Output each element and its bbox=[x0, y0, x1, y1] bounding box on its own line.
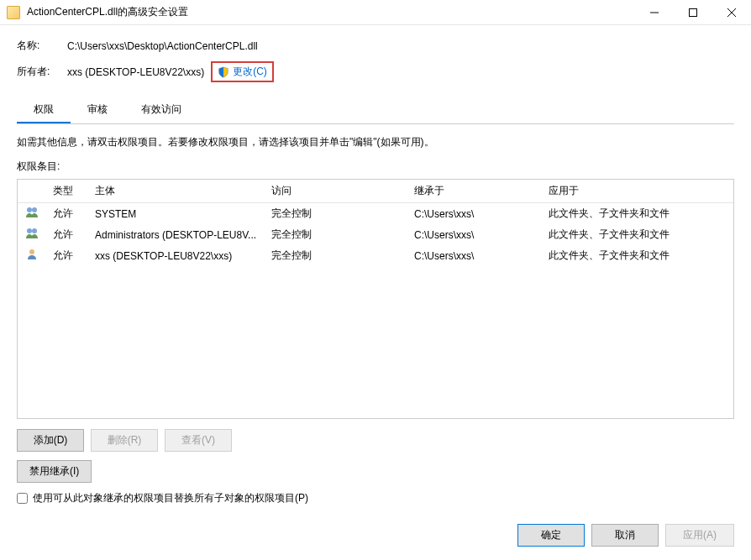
action-buttons-row: 添加(D) 删除(R) 查看(V) bbox=[17, 429, 734, 452]
folder-icon bbox=[7, 6, 20, 19]
group-icon bbox=[24, 228, 39, 239]
table-row[interactable]: 允许 SYSTEM 完全控制 C:\Users\xxs\ 此文件夹、子文件夹和文… bbox=[18, 203, 733, 225]
add-button[interactable]: 添加(D) bbox=[17, 429, 84, 452]
entries-label: 权限条目: bbox=[17, 160, 734, 174]
tab-permissions[interactable]: 权限 bbox=[17, 97, 71, 123]
table-row[interactable]: 允许 Administrators (DESKTOP-LEU8V... 完全控制… bbox=[18, 224, 733, 245]
col-icon-header[interactable] bbox=[18, 180, 46, 203]
window-controls bbox=[635, 0, 751, 25]
cell-applies: 此文件夹、子文件夹和文件 bbox=[542, 203, 733, 225]
remove-button[interactable]: 删除(R) bbox=[91, 429, 158, 452]
window-title: ActionCenterCPL.dll的高级安全设置 bbox=[27, 5, 635, 19]
maximize-button[interactable] bbox=[674, 0, 712, 25]
cell-principal: SYSTEM bbox=[88, 203, 265, 225]
minimize-button[interactable] bbox=[635, 0, 674, 25]
name-label: 名称: bbox=[17, 39, 67, 53]
tab-auditing[interactable]: 审核 bbox=[71, 97, 124, 123]
cell-type: 允许 bbox=[46, 203, 88, 225]
titlebar: ActionCenterCPL.dll的高级安全设置 bbox=[0, 0, 751, 25]
view-button[interactable]: 查看(V) bbox=[165, 429, 232, 452]
cell-applies: 此文件夹、子文件夹和文件 bbox=[542, 224, 733, 245]
close-button[interactable] bbox=[712, 0, 751, 25]
name-value: C:\Users\xxs\Desktop\ActionCenterCPL.dll bbox=[67, 40, 258, 52]
tab-effective-access[interactable]: 有效访问 bbox=[124, 97, 198, 123]
inherit-button-row: 禁用继承(I) bbox=[17, 460, 734, 483]
footer-buttons: 确定 取消 应用(A) bbox=[17, 517, 734, 547]
cell-access: 完全控制 bbox=[265, 245, 407, 266]
owner-value: xxs (DESKTOP-LEU8V22\xxs) bbox=[67, 66, 204, 78]
cell-inherited: C:\Users\xxs\ bbox=[407, 224, 542, 245]
cell-type: 允许 bbox=[46, 224, 88, 245]
svg-rect-1 bbox=[690, 8, 697, 16]
cell-principal: Administrators (DESKTOP-LEU8V... bbox=[88, 224, 265, 245]
col-applies-header[interactable]: 应用于 bbox=[542, 180, 733, 203]
content-area: 名称: C:\Users\xxs\Desktop\ActionCenterCPL… bbox=[0, 25, 751, 560]
cell-inherited: C:\Users\xxs\ bbox=[407, 245, 542, 266]
col-type-header[interactable]: 类型 bbox=[46, 180, 88, 203]
shield-icon bbox=[218, 66, 229, 78]
ok-button[interactable]: 确定 bbox=[517, 524, 585, 547]
tabs-container: 权限 审核 有效访问 bbox=[17, 97, 734, 124]
cell-inherited: C:\Users\xxs\ bbox=[407, 203, 542, 225]
table-row[interactable]: 允许 xxs (DESKTOP-LEU8V22\xxs) 完全控制 C:\Use… bbox=[18, 245, 733, 266]
cell-type: 允许 bbox=[46, 245, 88, 266]
col-access-header[interactable]: 访问 bbox=[265, 180, 407, 203]
replace-permissions-label: 使用可从此对象继承的权限项目替换所有子对象的权限项目(P) bbox=[33, 491, 308, 505]
svg-point-8 bbox=[29, 249, 34, 254]
cell-applies: 此文件夹、子文件夹和文件 bbox=[542, 245, 733, 266]
group-icon bbox=[24, 207, 39, 218]
svg-point-5 bbox=[32, 207, 37, 212]
apply-button[interactable]: 应用(A) bbox=[665, 524, 734, 547]
permissions-table: 类型 主体 访问 继承于 应用于 允许 SYSTEM 完全控制 C:\Users… bbox=[18, 180, 733, 266]
disable-inheritance-button[interactable]: 禁用继承(I) bbox=[17, 460, 92, 483]
change-link-text: 更改(C) bbox=[233, 65, 267, 79]
cell-access: 完全控制 bbox=[265, 224, 407, 245]
svg-point-4 bbox=[27, 207, 32, 212]
name-row: 名称: C:\Users\xxs\Desktop\ActionCenterCPL… bbox=[17, 39, 734, 53]
col-principal-header[interactable]: 主体 bbox=[88, 180, 265, 203]
replace-permissions-checkbox[interactable] bbox=[17, 493, 28, 504]
owner-label: 所有者: bbox=[17, 65, 67, 79]
owner-row: 所有者: xxs (DESKTOP-LEU8V22\xxs) 更改(C) bbox=[17, 61, 734, 82]
change-owner-link[interactable]: 更改(C) bbox=[211, 61, 274, 82]
cancel-button[interactable]: 取消 bbox=[591, 524, 659, 547]
col-inherited-header[interactable]: 继承于 bbox=[407, 180, 542, 203]
svg-point-6 bbox=[27, 228, 32, 233]
svg-point-7 bbox=[32, 228, 37, 233]
replace-checkbox-row: 使用可从此对象继承的权限项目替换所有子对象的权限项目(P) bbox=[17, 491, 734, 505]
user-icon bbox=[24, 249, 39, 260]
permissions-table-container: 类型 主体 访问 继承于 应用于 允许 SYSTEM 完全控制 C:\Users… bbox=[17, 179, 734, 419]
cell-principal: xxs (DESKTOP-LEU8V22\xxs) bbox=[88, 245, 265, 266]
cell-access: 完全控制 bbox=[265, 203, 407, 225]
help-text: 如需其他信息，请双击权限项目。若要修改权限项目，请选择该项目并单击"编辑"(如果… bbox=[17, 134, 734, 149]
